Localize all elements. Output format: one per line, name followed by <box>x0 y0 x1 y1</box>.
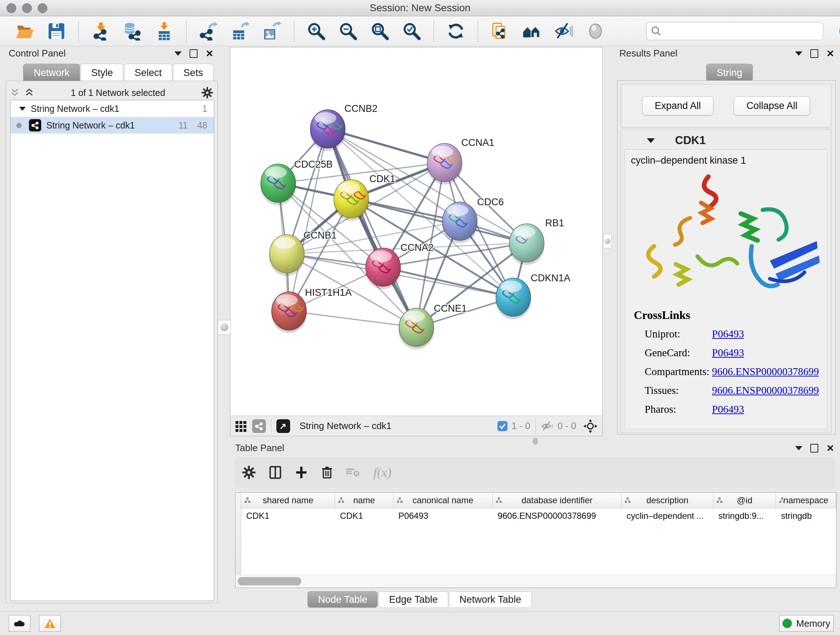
apply-layout-refresh-icon[interactable] <box>446 21 466 41</box>
column-header[interactable]: shared name <box>241 493 335 508</box>
hidden-items-eye-slash-icon[interactable] <box>541 421 554 432</box>
network-node-hist1h1a[interactable]: HIST1H1A <box>271 287 352 333</box>
clone-network-icon[interactable] <box>490 21 510 41</box>
panel-menu-icon[interactable] <box>174 51 182 56</box>
tab-network[interactable]: Network <box>23 64 80 81</box>
network-options-gear-icon[interactable] <box>201 87 213 99</box>
cell-canonical-name[interactable]: P06493 <box>393 508 493 524</box>
column-header[interactable]: description <box>622 493 714 508</box>
expand-all-button[interactable]: Expand All <box>642 96 714 116</box>
help-icon[interactable]: ? <box>838 21 840 41</box>
column-header[interactable]: canonical name <box>393 493 493 508</box>
maximize-window-button[interactable] <box>38 3 47 13</box>
node-label: RB1 <box>545 218 564 228</box>
panel-menu-icon[interactable] <box>795 51 802 56</box>
create-column-plus-icon[interactable] <box>294 465 308 480</box>
cloud-status-button[interactable] <box>9 615 30 632</box>
memory-button[interactable]: Memory <box>779 615 834 632</box>
export-table-icon[interactable] <box>231 21 250 41</box>
import-table-file-icon[interactable] <box>155 21 174 41</box>
right-splitter-handle[interactable] <box>603 234 612 249</box>
column-header[interactable]: name <box>335 493 393 508</box>
network-view-canvas[interactable]: CCNB2CCNA1CDC25BCDK1CDC6RB1CCNB1CCNA2CDK… <box>230 47 603 436</box>
export-image-icon[interactable] <box>262 21 282 41</box>
float-panel-icon[interactable] <box>810 444 818 453</box>
table-row-gutter <box>235 493 241 587</box>
network-node-rb1[interactable]: RB1 <box>509 218 564 265</box>
table-row[interactable]: CDK1 CDK1 P06493 9606.ENSP00000378699 cy… <box>241 508 836 524</box>
delete-column-trash-icon[interactable] <box>321 465 333 480</box>
column-header[interactable]: @id <box>714 493 776 508</box>
tab-node-table[interactable]: Node Table <box>308 591 378 608</box>
crosslink-link[interactable]: P06493 <box>712 347 744 359</box>
warnings-button[interactable] <box>39 615 61 632</box>
network-node-cdk1[interactable]: CDK1 <box>333 173 395 221</box>
minimize-window-button[interactable] <box>22 3 32 13</box>
collapse-all-button[interactable]: Collapse All <box>734 96 810 116</box>
close-panel-icon[interactable]: ✕ <box>826 49 834 58</box>
scrollbar-thumb[interactable] <box>238 577 302 585</box>
expand-all-chevron-icon[interactable] <box>24 88 35 98</box>
zoom-fit-icon[interactable] <box>370 21 390 41</box>
column-header[interactable]: database identifier <box>493 493 622 508</box>
crosslink-link[interactable]: P06493 <box>712 403 744 415</box>
home-icon[interactable] <box>522 21 542 41</box>
tab-edge-table[interactable]: Edge Table <box>378 591 448 608</box>
search-box[interactable] <box>646 22 823 40</box>
float-panel-icon[interactable] <box>810 49 818 58</box>
network-collection-row[interactable]: String Network – cdk1 1 <box>11 100 214 117</box>
search-input[interactable] <box>662 25 819 37</box>
tab-string[interactable]: String <box>706 64 753 81</box>
selected-items-checkbox-icon[interactable] <box>497 421 508 432</box>
show-columns-icon[interactable] <box>268 465 282 480</box>
crosslink-link[interactable]: P06493 <box>712 328 744 340</box>
network-node-ccnb1[interactable]: CCNB1 <box>269 230 337 276</box>
crosslink-link[interactable]: 9606.ENSP00000378699 <box>712 366 819 378</box>
zoom-in-icon[interactable] <box>306 21 326 41</box>
import-network-database-icon[interactable] <box>123 21 142 41</box>
tab-select[interactable]: Select <box>124 64 172 81</box>
tab-style[interactable]: Style <box>81 64 123 81</box>
cell-description[interactable]: cyclin–dependent ... <box>622 508 714 524</box>
open-session-icon[interactable] <box>15 21 34 41</box>
network-edge[interactable] <box>383 267 513 297</box>
close-panel-icon[interactable]: ✕ <box>205 49 213 58</box>
cell-namespace[interactable]: stringdb <box>776 508 836 524</box>
detach-view-icon[interactable] <box>276 419 290 433</box>
zoom-selected-icon[interactable] <box>402 21 422 41</box>
horizontal-scrollbar[interactable] <box>235 575 836 587</box>
network-name: String Network – cdk1 <box>46 120 135 131</box>
collapse-arrow-icon[interactable] <box>19 107 26 111</box>
close-panel-icon[interactable]: ✕ <box>826 443 834 453</box>
birds-eye-navigator-icon[interactable] <box>583 418 598 434</box>
string-network-badge-icon[interactable] <box>252 419 266 433</box>
cell-id[interactable]: stringdb:9... <box>714 508 776 524</box>
network-edge[interactable] <box>289 129 328 311</box>
crosslink-link[interactable]: 9606.ENSP00000378699 <box>712 385 819 396</box>
network-graph[interactable]: CCNB2CCNA1CDC25BCDK1CDC6RB1CCNB1CCNA2CDK… <box>231 48 602 416</box>
float-panel-icon[interactable] <box>189 49 197 58</box>
zoom-out-icon[interactable] <box>338 21 358 41</box>
network-row-selected[interactable]: String Network – cdk1 11 48 <box>11 117 214 134</box>
tab-sets[interactable]: Sets <box>173 64 213 81</box>
cell-name[interactable]: CDK1 <box>335 508 393 524</box>
hide-selected-eye-slash-icon[interactable] <box>554 21 573 41</box>
network-edge[interactable] <box>289 311 416 327</box>
export-network-icon[interactable] <box>199 21 218 41</box>
close-window-button[interactable] <box>6 3 16 13</box>
network-node-ccne1[interactable]: CCNE1 <box>399 303 467 349</box>
panel-menu-icon[interactable] <box>795 446 802 450</box>
grid-view-icon[interactable] <box>235 420 248 432</box>
save-session-icon[interactable] <box>47 21 66 41</box>
left-splitter-handle[interactable] <box>218 320 231 334</box>
tab-network-table[interactable]: Network Table <box>449 591 532 608</box>
section-collapse-arrow-icon[interactable] <box>647 138 655 143</box>
import-network-file-icon[interactable] <box>91 21 111 41</box>
network-node-cdkn1a[interactable]: CDKN1A <box>496 272 570 319</box>
cell-database-identifier[interactable]: 9606.ENSP00000378699 <box>493 508 622 524</box>
table-options-gear-icon[interactable] <box>242 465 256 480</box>
collapse-all-chevron-icon[interactable] <box>9 88 20 98</box>
column-header[interactable]: namespace <box>776 493 836 508</box>
cell-shared-name[interactable]: CDK1 <box>241 508 335 524</box>
network-node-cdc6[interactable]: CDC6 <box>442 196 504 243</box>
